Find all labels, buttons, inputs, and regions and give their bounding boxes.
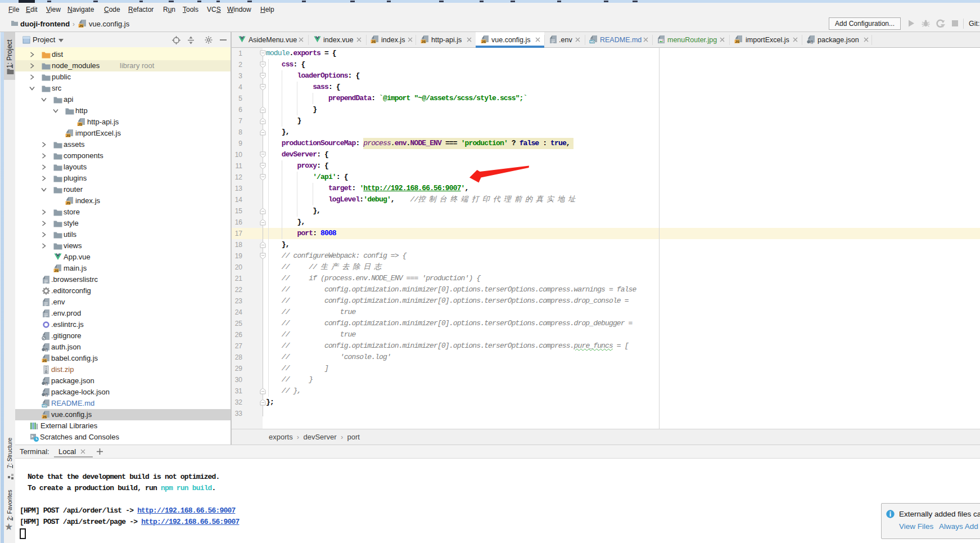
svg-text:JS: JS xyxy=(372,40,376,43)
svg-text:{}: {} xyxy=(45,348,48,352)
svg-text:MD: MD xyxy=(42,404,47,407)
svg-text:MD: MD xyxy=(590,40,594,43)
svg-text:JS: JS xyxy=(43,359,47,362)
svg-text:JS: JS xyxy=(79,24,83,28)
svg-text:{}: {} xyxy=(45,382,48,385)
svg-text:JS: JS xyxy=(55,269,58,272)
svg-text:JS: JS xyxy=(735,40,739,43)
svg-text:JS: JS xyxy=(482,40,486,43)
svg-text:JS: JS xyxy=(422,40,426,43)
svg-text:JS: JS xyxy=(43,415,47,419)
svg-text:JS: JS xyxy=(66,201,70,205)
svg-text:{}: {} xyxy=(810,40,814,44)
svg-text:JS: JS xyxy=(66,134,70,137)
svg-text:{}: {} xyxy=(45,393,48,397)
svg-text:JS: JS xyxy=(78,123,82,126)
